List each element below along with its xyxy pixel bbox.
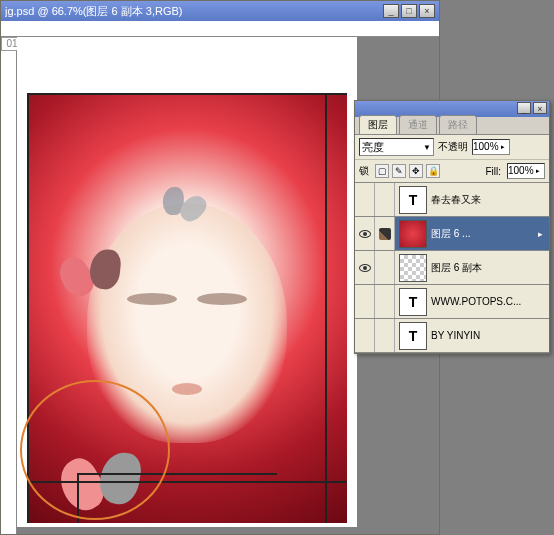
layer-row[interactable]: 图层 6 副本 bbox=[355, 251, 549, 285]
layer-row-active[interactable]: 图层 6 ... ▸ bbox=[355, 217, 549, 251]
chevron-down-icon: ▼ bbox=[423, 143, 431, 152]
layer-row[interactable]: T WWW.POTOPS.C... bbox=[355, 285, 549, 319]
close-button[interactable]: × bbox=[419, 4, 435, 18]
tab-paths[interactable]: 路径 bbox=[439, 115, 477, 134]
chevron-right-icon: ▸ bbox=[501, 140, 505, 154]
eye-icon bbox=[359, 230, 371, 238]
artwork bbox=[27, 93, 347, 523]
expand-arrow-icon[interactable]: ▸ bbox=[538, 229, 549, 239]
opacity-input[interactable]: 100%▸ bbox=[472, 139, 510, 155]
maximize-button[interactable]: □ bbox=[401, 4, 417, 18]
layer-row[interactable]: T BY YINYIN bbox=[355, 319, 549, 353]
minimize-button[interactable]: _ bbox=[383, 4, 399, 18]
layer-name[interactable]: WWW.POTOPS.C... bbox=[431, 296, 549, 307]
layer-list: T 春去春又来 图层 6 ... ▸ 图层 6 副本 T WWW.POTOPS.… bbox=[355, 183, 549, 353]
link-toggle[interactable] bbox=[375, 319, 395, 352]
layer-name[interactable]: 图层 6 ... bbox=[431, 227, 538, 241]
text-layer-icon: T bbox=[399, 322, 427, 350]
lock-label: 锁 bbox=[359, 164, 369, 178]
layer-name[interactable]: 图层 6 副本 bbox=[431, 261, 549, 275]
layers-panel[interactable]: _ × 图层 通道 路径 亮度 ▼ 不透明 100%▸ 锁 ▢ ✎ ✥ 🔒 Fi… bbox=[354, 100, 550, 354]
link-toggle[interactable] bbox=[375, 217, 395, 250]
fill-label: Fill: bbox=[485, 166, 501, 177]
layer-name[interactable]: 春去春又来 bbox=[431, 193, 549, 207]
visibility-toggle[interactable] bbox=[355, 285, 375, 318]
blend-opacity-row: 亮度 ▼ 不透明 100%▸ bbox=[355, 135, 549, 160]
text-layer-icon: T bbox=[399, 288, 427, 316]
link-toggle[interactable] bbox=[375, 251, 395, 284]
lock-icons: ▢ ✎ ✥ 🔒 bbox=[375, 164, 440, 178]
visibility-toggle[interactable] bbox=[355, 251, 375, 284]
link-toggle[interactable] bbox=[375, 183, 395, 216]
canvas[interactable] bbox=[17, 37, 357, 527]
blend-mode-value: 亮度 bbox=[362, 140, 384, 155]
fill-input[interactable]: 100%▸ bbox=[507, 163, 545, 179]
tab-channels[interactable]: 通道 bbox=[399, 115, 437, 134]
document-titlebar[interactable]: jg.psd @ 66.7%(图层 6 副本 3,RGB) _ □ × bbox=[1, 1, 439, 21]
lock-pixels-icon[interactable]: ✎ bbox=[392, 164, 406, 178]
layer-thumbnail bbox=[399, 220, 427, 248]
opacity-label: 不透明 bbox=[438, 140, 468, 154]
visibility-toggle[interactable] bbox=[355, 319, 375, 352]
layer-thumbnail bbox=[399, 254, 427, 282]
layer-name[interactable]: BY YINYIN bbox=[431, 330, 549, 341]
panel-minimize-button[interactable]: _ bbox=[517, 102, 531, 114]
tab-layers[interactable]: 图层 bbox=[359, 115, 397, 134]
text-layer-icon: T bbox=[399, 186, 427, 214]
lock-transparency-icon[interactable]: ▢ bbox=[375, 164, 389, 178]
panel-tabs: 图层 通道 路径 bbox=[355, 117, 549, 135]
brush-icon bbox=[379, 228, 391, 240]
lock-fill-row: 锁 ▢ ✎ ✥ 🔒 Fill: 100%▸ bbox=[355, 160, 549, 183]
panel-close-button[interactable]: × bbox=[533, 102, 547, 114]
visibility-toggle[interactable] bbox=[355, 183, 375, 216]
lock-all-icon[interactable]: 🔒 bbox=[426, 164, 440, 178]
visibility-toggle[interactable] bbox=[355, 217, 375, 250]
document-title: jg.psd @ 66.7%(图层 6 副本 3,RGB) bbox=[5, 4, 383, 19]
frame-lines bbox=[27, 93, 347, 523]
link-toggle[interactable] bbox=[375, 285, 395, 318]
ruler-horizontal[interactable] bbox=[1, 21, 439, 37]
blend-mode-select[interactable]: 亮度 ▼ bbox=[359, 138, 434, 156]
layer-row[interactable]: T 春去春又来 bbox=[355, 183, 549, 217]
eye-icon bbox=[359, 264, 371, 272]
lock-position-icon[interactable]: ✥ bbox=[409, 164, 423, 178]
ruler-vertical[interactable] bbox=[1, 37, 17, 534]
